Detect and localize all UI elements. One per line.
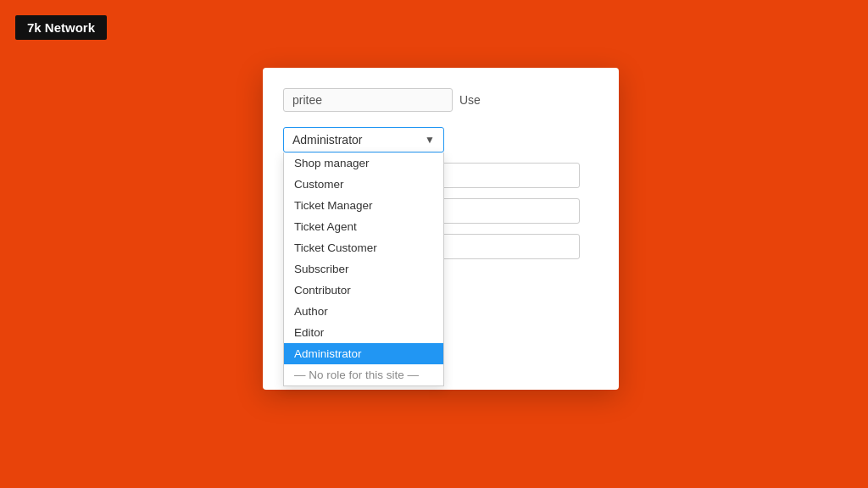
role-select-button[interactable]: Administrator ▼ [283,127,444,152]
dropdown-item-customer[interactable]: Customer [284,174,443,195]
use-label: Use [459,93,481,107]
dropdown-item-ticket-agent[interactable]: Ticket Agent [284,216,443,237]
dropdown-item-no-role[interactable]: — No role for this site — [284,364,443,385]
dropdown-item-author[interactable]: Author [284,301,443,322]
dropdown-item-subscriber[interactable]: Subscriber [284,258,443,280]
role-select-wrapper: Administrator ▼ Shop manager Customer Ti… [283,127,444,152]
search-input[interactable] [283,88,453,112]
chevron-down-icon: ▼ [425,134,435,146]
dropdown-item-ticket-manager[interactable]: Ticket Manager [284,195,443,216]
dropdown-item-shop-manager[interactable]: Shop manager [284,152,443,174]
modal-card: Use Administrator ▼ Shop manager Custome… [263,68,619,390]
dropdown-item-administrator[interactable]: Administrator [284,343,443,364]
dropdown-item-editor[interactable]: Editor [284,322,443,343]
logo-text: 7k Network [27,20,95,35]
dropdown-item-ticket-customer[interactable]: Ticket Customer [284,237,443,258]
search-row: Use [283,88,598,112]
dropdown-item-contributor[interactable]: Contributor [284,280,443,301]
role-dropdown-list: Shop manager Customer Ticket Manager Tic… [283,152,444,386]
role-select-label: Administrator [292,133,362,147]
logo-bar: 7k Network [15,15,107,40]
